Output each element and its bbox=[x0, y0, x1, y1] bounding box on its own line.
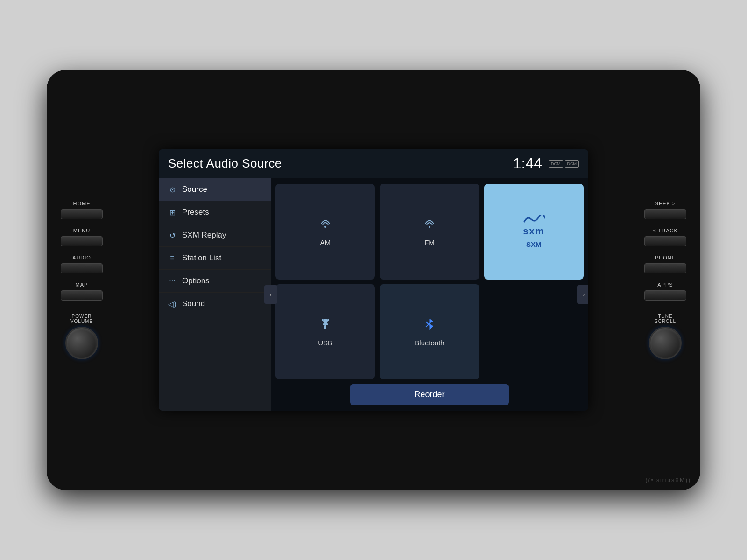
menu-label: MENU bbox=[73, 228, 90, 233]
menu-source[interactable]: ⊙ Source bbox=[159, 178, 271, 201]
sources-panel: ‹ AM bbox=[271, 178, 588, 411]
seek-button[interactable] bbox=[644, 209, 686, 219]
power-volume-label: POWER VOLUME bbox=[70, 314, 93, 324]
svg-rect-4 bbox=[324, 325, 326, 329]
phone-button[interactable] bbox=[644, 263, 686, 273]
screen-title: Select Audio Source bbox=[168, 156, 282, 171]
menu-sxm-replay-label: SXM Replay bbox=[182, 231, 226, 240]
map-group: MAP bbox=[61, 282, 103, 301]
header-right: 1:44 DCM DCM bbox=[513, 155, 579, 172]
tune-scroll-label: TUNE SCROLL bbox=[655, 314, 676, 324]
menu-button[interactable] bbox=[61, 236, 103, 246]
home-label: HOME bbox=[73, 201, 91, 206]
usb-tile[interactable]: USB bbox=[275, 284, 375, 380]
phone-group: PHONE bbox=[644, 255, 686, 273]
bluetooth-tile[interactable]: Bluetooth bbox=[380, 284, 479, 380]
source-icon: ⊙ bbox=[167, 185, 177, 194]
next-arrow[interactable]: › bbox=[577, 285, 588, 304]
map-label: MAP bbox=[76, 282, 88, 287]
fm-label: FM bbox=[424, 238, 435, 246]
map-button[interactable] bbox=[61, 290, 103, 301]
replay-icon: ↺ bbox=[167, 231, 177, 240]
sxm-logo-text: sxm bbox=[523, 226, 544, 237]
sxm-tile[interactable]: sxm SXM bbox=[484, 184, 584, 280]
dcm-box-1: DCM bbox=[549, 160, 563, 168]
screen-body: ⊙ Source ⊞ Presets ↺ SXM Replay ≡ Statio… bbox=[159, 178, 588, 411]
svg-rect-3 bbox=[323, 323, 328, 325]
sxm-icon: sxm bbox=[522, 215, 545, 237]
menu-station-list[interactable]: ≡ Station List bbox=[159, 247, 271, 270]
right-button-panel: SEEK > < TRACK PHONE APPS TUNE SCROLL bbox=[644, 201, 686, 359]
audio-label: AUDIO bbox=[72, 255, 91, 260]
siriusxm-logo: ((• siriusXM)) bbox=[645, 477, 691, 483]
menu-group: MENU bbox=[61, 228, 103, 246]
sources-row-2: USB Bluetooth bbox=[275, 284, 584, 380]
sound-icon: ◁) bbox=[167, 300, 177, 308]
menu-options-label: Options bbox=[182, 276, 210, 286]
empty-slot bbox=[484, 284, 584, 380]
left-chevron-icon: ‹ bbox=[270, 291, 272, 298]
options-icon: ··· bbox=[167, 277, 177, 285]
tune-scroll-group: TUNE SCROLL bbox=[649, 314, 682, 359]
usb-label: USB bbox=[318, 339, 332, 347]
menu-sound-label: Sound bbox=[182, 299, 205, 308]
dcm-badge: DCM DCM bbox=[549, 160, 579, 168]
bluetooth-icon bbox=[422, 317, 437, 335]
main-screen: Select Audio Source 1:44 DCM DCM ⊙ Sourc… bbox=[159, 149, 588, 411]
svg-point-1 bbox=[429, 226, 430, 228]
track-label: < TRACK bbox=[653, 228, 678, 233]
track-group: < TRACK bbox=[644, 228, 686, 246]
apps-label: APPS bbox=[657, 282, 673, 287]
am-icon bbox=[318, 217, 333, 235]
bluetooth-label: Bluetooth bbox=[415, 339, 444, 347]
audio-button[interactable] bbox=[61, 263, 103, 273]
home-button[interactable] bbox=[61, 209, 103, 219]
menu-presets[interactable]: ⊞ Presets bbox=[159, 201, 271, 224]
screen-header: Select Audio Source 1:44 DCM DCM bbox=[159, 149, 588, 178]
am-label: AM bbox=[320, 238, 331, 246]
menu-station-list-label: Station List bbox=[182, 253, 221, 263]
menu-source-label: Source bbox=[182, 185, 207, 194]
clock-display: 1:44 bbox=[513, 155, 542, 172]
power-volume-knob[interactable] bbox=[65, 327, 98, 359]
home-group: HOME bbox=[61, 201, 103, 219]
tune-scroll-knob[interactable] bbox=[649, 327, 682, 359]
menu-panel: ⊙ Source ⊞ Presets ↺ SXM Replay ≡ Statio… bbox=[159, 178, 271, 411]
usb-icon bbox=[318, 317, 333, 335]
fm-icon bbox=[422, 217, 437, 235]
reorder-button[interactable]: Reorder bbox=[350, 384, 509, 405]
sxm-label: SXM bbox=[526, 240, 542, 248]
left-button-panel: HOME MENU AUDIO MAP POWER VOLUME bbox=[61, 201, 103, 359]
seek-group: SEEK > bbox=[644, 201, 686, 219]
presets-icon: ⊞ bbox=[167, 208, 177, 217]
sources-row-1: AM FM bbox=[275, 184, 584, 280]
am-tile[interactable]: AM bbox=[275, 184, 375, 280]
dcm-box-2: DCM bbox=[565, 160, 579, 168]
menu-sound[interactable]: ◁) Sound bbox=[159, 293, 271, 315]
list-icon: ≡ bbox=[167, 254, 177, 262]
right-chevron-icon: › bbox=[583, 291, 585, 298]
phone-label: PHONE bbox=[655, 255, 676, 260]
svg-point-0 bbox=[324, 226, 326, 228]
menu-presets-label: Presets bbox=[182, 208, 209, 217]
seek-label: SEEK > bbox=[655, 201, 676, 206]
prev-arrow[interactable]: ‹ bbox=[264, 285, 277, 304]
apps-group: APPS bbox=[644, 282, 686, 301]
audio-group: AUDIO bbox=[61, 255, 103, 273]
fm-tile[interactable]: FM bbox=[380, 184, 479, 280]
menu-options[interactable]: ··· Options bbox=[159, 270, 271, 293]
menu-sxm-replay[interactable]: ↺ SXM Replay bbox=[159, 224, 271, 247]
apps-button[interactable] bbox=[644, 290, 686, 301]
car-panel: HOME MENU AUDIO MAP POWER VOLUME Select … bbox=[47, 70, 700, 490]
power-volume-group: POWER VOLUME bbox=[65, 314, 98, 359]
track-button[interactable] bbox=[644, 236, 686, 246]
